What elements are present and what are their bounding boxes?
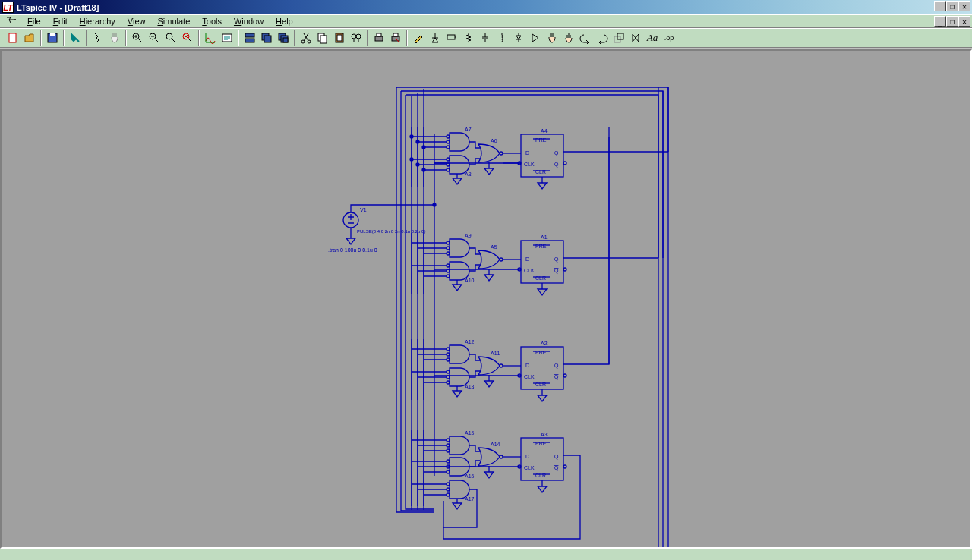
tb-drag[interactable]: [560, 30, 577, 46]
svg-point-39: [447, 146, 450, 149]
svg-rect-28: [447, 35, 455, 39]
svg-text:A13: A13: [465, 384, 475, 389]
svg-text:Q: Q: [554, 268, 559, 274]
doc-icon[interactable]: [5, 16, 18, 27]
tb-new[interactable]: [5, 30, 21, 46]
close-button[interactable]: ✕: [958, 1, 970, 11]
svg-text:A12: A12: [465, 339, 475, 344]
tb-zoom-fit[interactable]: [163, 30, 179, 46]
tb-cut[interactable]: [298, 30, 314, 46]
svg-rect-15: [283, 38, 288, 42]
menu-edit[interactable]: Edit: [49, 16, 75, 27]
svg-point-112: [447, 488, 450, 491]
mdi-restore-button[interactable]: ❐: [946, 16, 958, 27]
svg-text:CLK: CLK: [524, 268, 535, 273]
tb-zoom-out[interactable]: [146, 30, 163, 46]
svg-point-38: [447, 140, 450, 143]
tb-zoom-area[interactable]: [179, 30, 196, 46]
tb-cap[interactable]: [477, 30, 494, 46]
svg-text:A17: A17: [465, 496, 475, 502]
svg-text:V1: V1: [360, 207, 367, 212]
svg-point-64: [447, 241, 450, 244]
tb-component[interactable]: [527, 30, 544, 46]
svg-text:PULSE(0 4 0 2n 8 2n 0.1u 0.2u : PULSE(0 4 0 2n 8 2n 0.1u 0.2u 0): [357, 229, 425, 234]
tb-diode[interactable]: [510, 30, 527, 46]
svg-text:PRE: PRE: [535, 350, 547, 355]
tb-print[interactable]: [371, 30, 387, 46]
menu-help[interactable]: Help: [271, 16, 301, 27]
voltage-source[interactable]: V1 PULSE(0 4 0 2n 8 2n 0.1u 0.2u 0): [343, 207, 425, 234]
tb-save[interactable]: [44, 30, 61, 46]
tb-find[interactable]: [348, 30, 364, 46]
svg-text:CLK: CLK: [524, 374, 535, 379]
statusbar: [0, 549, 972, 560]
tb-pan[interactable]: [106, 30, 123, 46]
svg-text:A4: A4: [541, 128, 548, 134]
tb-tile[interactable]: [241, 30, 258, 46]
menu-window[interactable]: Window: [229, 16, 271, 27]
status-grip: [904, 549, 972, 560]
tb-op[interactable]: .op: [661, 30, 677, 46]
svg-text:A6: A6: [491, 138, 497, 143]
svg-text:CLR: CLR: [535, 382, 546, 387]
svg-text:A15: A15: [465, 430, 475, 436]
schematic-canvas[interactable]: V1 PULSE(0 4 0 2n 8 2n 0.1u 0.2u 0) .tra…: [0, 49, 972, 549]
tb-redo[interactable]: [594, 30, 611, 46]
svg-point-108: [447, 460, 450, 463]
tb-log[interactable]: [219, 30, 235, 46]
svg-text:PRE: PRE: [535, 137, 547, 143]
tb-hammer[interactable]: [67, 30, 84, 46]
svg-text:A1: A1: [541, 234, 548, 240]
svg-point-66: [447, 252, 450, 255]
tb-inductor[interactable]: [494, 30, 510, 46]
tb-cascade[interactable]: [258, 30, 275, 46]
tb-mirror[interactable]: [627, 30, 644, 46]
tb-run[interactable]: [90, 30, 106, 46]
app-icon: LT: [2, 2, 14, 13]
tb-waveform[interactable]: [202, 30, 219, 46]
svg-point-6: [166, 33, 172, 39]
svg-text:A9: A9: [465, 233, 472, 238]
tb-print-setup[interactable]: [387, 30, 404, 46]
svg-rect-21: [337, 35, 342, 41]
menu-simulate[interactable]: Simulate: [153, 16, 197, 27]
restore-button[interactable]: ❐: [946, 1, 958, 11]
svg-text:A14: A14: [491, 442, 500, 447]
tb-ground[interactable]: [427, 30, 443, 46]
menu-hierarchy[interactable]: Hierarchy: [75, 16, 123, 27]
menu-tools[interactable]: Tools: [197, 16, 229, 27]
svg-rect-19: [320, 36, 327, 43]
tb-draw[interactable]: [410, 30, 427, 46]
tb-open[interactable]: [21, 30, 38, 46]
tb-paste[interactable]: [331, 30, 348, 46]
svg-text:A5: A5: [491, 244, 497, 250]
svg-text:CLR: CLR: [535, 169, 546, 175]
tb-zoom-in[interactable]: [129, 30, 146, 46]
menu-file[interactable]: File: [23, 16, 49, 27]
menu-view[interactable]: View: [123, 16, 153, 27]
svg-text:A10: A10: [465, 278, 475, 283]
svg-text:D: D: [525, 363, 529, 368]
tb-closeall[interactable]: [275, 30, 292, 46]
svg-point-114: [500, 455, 503, 458]
tb-undo[interactable]: [577, 30, 594, 46]
mdi-close-button[interactable]: ✕: [958, 16, 970, 27]
svg-point-107: [447, 449, 450, 452]
svg-text:CLR: CLR: [535, 275, 546, 281]
svg-point-86: [447, 358, 450, 361]
tb-move[interactable]: [544, 30, 560, 46]
svg-text:Q: Q: [554, 363, 559, 369]
tb-copy[interactable]: [314, 30, 331, 46]
svg-point-90: [500, 364, 503, 367]
svg-text:D: D: [525, 150, 529, 156]
tb-rotate[interactable]: [611, 30, 627, 46]
mdi-minimize-button[interactable]: _: [934, 16, 946, 27]
tb-label[interactable]: [443, 30, 460, 46]
tb-resistor[interactable]: [460, 30, 477, 46]
tran-directive[interactable]: .tran 0 100u 0 0.1u 0: [328, 247, 377, 253]
tb-text[interactable]: Aa: [644, 30, 661, 46]
minimize-button[interactable]: _: [934, 1, 946, 11]
menubar: File Edit Hierarchy View Simulate Tools …: [0, 14, 972, 28]
svg-point-65: [447, 247, 450, 250]
toolbar: Aa .op: [0, 28, 972, 48]
